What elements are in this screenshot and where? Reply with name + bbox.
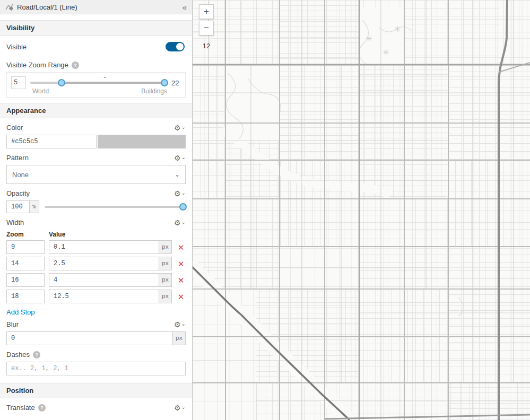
section-position: Position bbox=[0, 383, 192, 398]
section-visibility: Visibility bbox=[0, 20, 192, 36]
opacity-unit: % bbox=[30, 200, 39, 213]
chevron-down-icon: ⌄ bbox=[181, 125, 186, 130]
blur-label: Blur bbox=[6, 320, 19, 328]
gear-icon: ⚙ bbox=[174, 190, 181, 197]
stop-value-wrap: px bbox=[49, 273, 172, 287]
chevron-down-icon: ⌄ bbox=[181, 190, 186, 196]
stop-value-input[interactable] bbox=[49, 290, 172, 303]
visible-label: Visible bbox=[6, 43, 27, 51]
zoom-min-input[interactable] bbox=[11, 76, 26, 89]
zoom-range-main: ⌄ 22 bbox=[11, 76, 181, 90]
translate-label-row: Translate ? ⚙ ⌄ bbox=[0, 398, 192, 412]
blur-options-button[interactable]: ⚙ ⌄ bbox=[174, 321, 186, 328]
gear-icon: ⚙ bbox=[174, 219, 181, 226]
delete-stop-icon[interactable]: ✕ bbox=[176, 276, 186, 284]
stop-value-input[interactable] bbox=[49, 240, 172, 254]
chevron-down-icon: ⌄ bbox=[181, 405, 186, 410]
opacity-slider[interactable] bbox=[45, 200, 186, 213]
color-label-row: Color ⚙ ⌄ bbox=[6, 124, 186, 132]
gear-icon: ⚙ bbox=[174, 124, 181, 132]
px-unit: px bbox=[172, 332, 185, 345]
delete-stop-icon[interactable]: ✕ bbox=[176, 293, 186, 301]
translate-options-button[interactable]: ⚙ ⌄ bbox=[174, 404, 186, 412]
pattern-select[interactable]: None ⌄ bbox=[6, 165, 186, 184]
stop-value-wrap: px bbox=[49, 290, 172, 303]
opacity-input[interactable] bbox=[6, 200, 30, 213]
stop-zoom-input[interactable] bbox=[6, 273, 45, 287]
translate-label: Translate bbox=[6, 404, 35, 412]
help-icon[interactable]: ? bbox=[33, 351, 40, 358]
color-row bbox=[6, 135, 186, 148]
chevron-down-icon: ⌄ bbox=[175, 171, 180, 178]
stop-zoom-input[interactable] bbox=[6, 240, 45, 254]
width-stop-row: px ✕ bbox=[6, 257, 186, 270]
panel-header: Road/Local/1 (Line) « bbox=[0, 0, 192, 14]
max-zoom-handle[interactable] bbox=[161, 79, 168, 86]
add-stop-link[interactable]: Add Stop bbox=[6, 308, 35, 316]
blur-input-wrap: px bbox=[6, 331, 186, 345]
svg-text:✳: ✳ bbox=[394, 24, 401, 34]
opacity-row: % bbox=[6, 200, 186, 213]
help-icon[interactable]: ? bbox=[72, 62, 79, 69]
color-input[interactable] bbox=[6, 135, 97, 148]
dashes-label: Dashes bbox=[6, 351, 30, 358]
zoom-out-button[interactable]: − bbox=[199, 21, 214, 36]
zoom-max-value: 22 bbox=[171, 79, 181, 87]
opacity-options-button[interactable]: ⚙ ⌄ bbox=[174, 190, 186, 197]
svg-text:✳: ✳ bbox=[383, 48, 389, 57]
gear-icon: ⚙ bbox=[174, 321, 181, 328]
pattern-selected-value: None bbox=[12, 171, 175, 179]
opacity-label: Opacity bbox=[6, 189, 30, 197]
zoom-range-label: Visible Zoom Range bbox=[6, 61, 68, 69]
visibility-content: Visible Visible Zoom Range ? ⌄ bbox=[0, 36, 192, 98]
spacer bbox=[0, 14, 192, 20]
color-options-button[interactable]: ⚙ ⌄ bbox=[174, 124, 186, 132]
app: Road/Local/1 (Line) « Visibility Visible… bbox=[0, 0, 530, 420]
map-container: ✳ ✳ ✳ bbox=[193, 0, 530, 420]
delete-stop-icon[interactable]: ✕ bbox=[176, 243, 186, 251]
width-stop-row: px ✕ bbox=[6, 273, 186, 287]
width-stop-row: px ✕ bbox=[6, 290, 186, 303]
opacity-handle[interactable] bbox=[179, 203, 187, 211]
style-editor-panel: Road/Local/1 (Line) « Visibility Visible… bbox=[0, 0, 193, 420]
px-unit: px bbox=[159, 241, 171, 253]
gear-icon: ⚙ bbox=[174, 154, 181, 162]
width-table-header: Zoom Value bbox=[6, 231, 186, 238]
collapse-panel-icon[interactable]: « bbox=[183, 3, 187, 12]
color-label: Color bbox=[6, 124, 23, 132]
opacity-label-row: Opacity ⚙ ⌄ bbox=[6, 189, 186, 197]
map-zoom-control: + − 12 bbox=[199, 4, 214, 50]
blur-input[interactable] bbox=[6, 331, 186, 345]
visible-row: Visible bbox=[6, 36, 186, 56]
blur-label-row: Blur ⚙ ⌄ bbox=[6, 320, 186, 328]
chevron-down-icon: ⌄ bbox=[181, 220, 186, 225]
px-unit: px bbox=[159, 290, 171, 303]
zoom-range-control: ⌄ 22 World Buildings bbox=[6, 72, 186, 98]
dashes-input-wrap bbox=[6, 362, 186, 375]
help-icon[interactable]: ? bbox=[38, 404, 46, 412]
color-swatch[interactable] bbox=[98, 135, 186, 148]
width-options-button[interactable]: ⚙ ⌄ bbox=[174, 219, 186, 226]
zoom-range-slider[interactable]: ⌄ bbox=[30, 76, 167, 90]
pattern-options-button[interactable]: ⚙ ⌄ bbox=[174, 154, 186, 162]
slider-track bbox=[45, 206, 186, 208]
dashes-input[interactable] bbox=[6, 362, 186, 375]
zoom-in-button[interactable]: + bbox=[199, 4, 214, 19]
chevron-down-icon: ⌄ bbox=[181, 321, 186, 327]
dashes-label-row: Dashes ? bbox=[6, 351, 186, 358]
pattern-label-row: Pattern ⚙ ⌄ bbox=[6, 154, 186, 162]
toggle-knob bbox=[176, 43, 184, 50]
slider-selected-range bbox=[62, 82, 167, 84]
stop-zoom-input[interactable] bbox=[6, 257, 45, 270]
width-label-row: Width ⚙ ⌄ bbox=[6, 218, 186, 226]
stop-value-input[interactable] bbox=[49, 257, 172, 270]
stop-zoom-input[interactable] bbox=[6, 290, 45, 303]
stop-value-wrap: px bbox=[49, 257, 172, 270]
delete-stop-icon[interactable]: ✕ bbox=[176, 260, 186, 268]
visible-toggle[interactable] bbox=[166, 42, 185, 51]
stop-value-input[interactable] bbox=[49, 273, 172, 287]
map-canvas[interactable]: ✳ ✳ ✳ bbox=[193, 0, 530, 420]
svg-text:✳: ✳ bbox=[366, 34, 372, 43]
min-zoom-handle[interactable] bbox=[58, 79, 65, 86]
px-unit: px bbox=[159, 274, 171, 286]
